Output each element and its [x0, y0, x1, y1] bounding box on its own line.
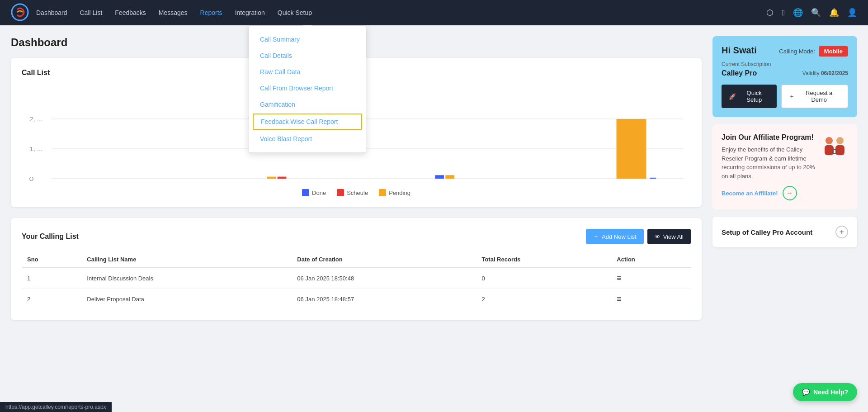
svg-text:2,...: 2,...	[29, 116, 42, 122]
row1-name: Internal Discussion Deals	[81, 268, 292, 289]
dropdown-raw-call-data[interactable]: Raw Call Data	[249, 64, 366, 80]
view-all-label: View All	[663, 233, 684, 240]
calling-list-table: Sno Calling List Name Date of Creation T…	[22, 251, 691, 309]
calling-mode-label: Calling Mode:	[779, 48, 815, 55]
nav-messages[interactable]: Messages	[159, 7, 188, 18]
done-color	[302, 189, 309, 196]
svg-rect-14	[617, 119, 646, 179]
svg-text:0: 0	[29, 176, 33, 182]
legend-pending: Pending	[379, 189, 410, 196]
calling-list-actions: ＋ Add New List 👁 View All	[586, 229, 691, 244]
view-all-button[interactable]: 👁 View All	[647, 229, 691, 244]
affiliate-desc: Enjoy the benefits of the Calley Reselle…	[722, 145, 816, 180]
chart-legend: Done Scheule Pending	[22, 189, 691, 196]
col-total: Total Records	[476, 251, 611, 268]
legend-scheule: Scheule	[337, 189, 368, 196]
greeting-card: Hi Swati Calling Mode: Mobile Current Su…	[712, 36, 857, 117]
navbar-links: Dashboard Call List Feedbacks Messages R…	[36, 7, 766, 18]
globe-icon[interactable]: 🌐	[793, 8, 803, 18]
dropdown-call-summary[interactable]: Call Summary	[249, 31, 366, 47]
rocket-icon: 🚀	[729, 93, 736, 100]
dropdown-call-details[interactable]: Call Details	[249, 47, 366, 64]
setup-title: Setup of Calley Pro Account	[722, 228, 812, 236]
dropdown-call-from-browser[interactable]: Call From Browser Report	[249, 80, 366, 96]
row2-name: Deliver Proposal Data	[81, 289, 292, 310]
request-demo-button[interactable]: ＋ Request a Demo	[781, 85, 848, 108]
col-name: Calling List Name	[81, 251, 292, 268]
greeting-name: Hi Swati	[722, 45, 757, 56]
col-sno: Sno	[22, 251, 81, 268]
quick-setup-button[interactable]: 🚀 Quick Setup	[722, 85, 777, 108]
row1-action[interactable]: ≡	[611, 268, 691, 289]
subscription-name: Calley Pro	[722, 69, 757, 77]
card-buttons: 🚀 Quick Setup ＋ Request a Demo	[722, 85, 848, 108]
col-action: Action	[611, 251, 691, 268]
eye-icon: 👁	[655, 233, 660, 240]
row1-sno: 1	[22, 268, 81, 289]
apple-icon[interactable]: 	[782, 8, 785, 18]
dropdown-gamification[interactable]: Gamification	[249, 96, 366, 113]
svg-rect-8	[267, 177, 276, 179]
svg-text:1,...: 1,...	[29, 146, 42, 152]
affiliate-arrow[interactable]: →	[783, 186, 797, 200]
navbar-icons: ⬡  🌐 🔍 🔔 👤	[766, 8, 857, 18]
search-icon[interactable]: 🔍	[811, 8, 821, 18]
row2-total: 2	[476, 289, 611, 310]
pending-label: Pending	[389, 189, 410, 196]
android-icon[interactable]: ⬡	[766, 8, 774, 18]
table-row: 1 Internal Discussion Deals 06 Jan 2025 …	[22, 268, 691, 289]
svg-rect-9	[278, 177, 287, 179]
subscription-label: Current Subscription	[722, 61, 848, 67]
legend-done: Done	[302, 189, 326, 196]
row2-action[interactable]: ≡	[611, 289, 691, 310]
reports-dropdown: Call Summary Call Details Raw Call Data …	[249, 25, 366, 153]
svg-rect-15	[650, 178, 656, 179]
add-new-list-button[interactable]: ＋ Add New List	[586, 229, 644, 244]
setup-expand-button[interactable]: +	[835, 226, 848, 238]
scheule-label: Scheule	[347, 189, 368, 196]
main-layout: Dashboard Call List 0 1,... 2,... Intern…	[0, 25, 868, 342]
setup-header: Setup of Calley Pro Account +	[722, 226, 848, 238]
pending-color	[379, 189, 386, 196]
calling-list-header: Your Calling List ＋ Add New List 👁 View …	[22, 229, 691, 244]
col-date: Date of Creation	[292, 251, 476, 268]
demo-btn-label: Request a Demo	[797, 90, 840, 103]
logo[interactable]	[11, 3, 29, 23]
nav-reports[interactable]: Reports	[200, 7, 222, 18]
affiliate-title: Join Our Affiliate Program!	[722, 133, 816, 142]
nav-dashboard[interactable]: Dashboard	[36, 7, 67, 18]
affiliate-card: Join Our Affiliate Program! Enjoy the be…	[712, 124, 857, 209]
calling-list-card: Your Calling List ＋ Add New List 👁 View …	[11, 218, 702, 320]
row2-date: 06 Jan 2025 18:48:57	[292, 289, 476, 310]
row2-sno: 2	[22, 289, 81, 310]
dropdown-voice-blast[interactable]: Voice Blast Report	[249, 131, 366, 147]
row1-date: 06 Jan 2025 18:50:48	[292, 268, 476, 289]
plus-icon: ＋	[593, 232, 599, 241]
affiliate-header: Join Our Affiliate Program! Enjoy the be…	[722, 133, 848, 200]
nav-feedbacks[interactable]: Feedbacks	[115, 7, 146, 18]
add-list-label: Add New List	[602, 233, 637, 240]
mode-badge: Mobile	[819, 46, 848, 57]
user-icon[interactable]: 👤	[847, 8, 857, 18]
affiliate-people-icon	[821, 133, 848, 165]
nav-calllist[interactable]: Call List	[80, 7, 103, 18]
bell-icon[interactable]: 🔔	[829, 8, 839, 18]
nav-quicksetup[interactable]: Quick Setup	[278, 7, 312, 18]
row1-total: 0	[476, 268, 611, 289]
setup-btn-label: Quick Setup	[739, 90, 769, 103]
dropdown-feedback-wise[interactable]: Feedback Wise Call Report	[253, 114, 362, 130]
setup-card: Setup of Calley Pro Account +	[712, 217, 857, 247]
svg-point-0	[12, 4, 28, 20]
table-row: 2 Deliver Proposal Data 06 Jan 2025 18:4…	[22, 289, 691, 310]
svg-rect-11	[435, 175, 444, 179]
right-panel: Hi Swati Calling Mode: Mobile Current Su…	[712, 36, 857, 331]
svg-point-19	[836, 137, 844, 144]
scheule-color	[337, 189, 344, 196]
plus-icon-demo: ＋	[789, 92, 795, 100]
navbar: Dashboard Call List Feedbacks Messages R…	[0, 0, 868, 25]
svg-point-17	[826, 137, 833, 144]
affiliate-link[interactable]: Become an Affiliate!	[722, 190, 778, 197]
nav-integration[interactable]: Integration	[235, 7, 265, 18]
table-header-row: Sno Calling List Name Date of Creation T…	[22, 251, 691, 268]
validity-text: Validity 06/02/2025	[802, 70, 848, 76]
